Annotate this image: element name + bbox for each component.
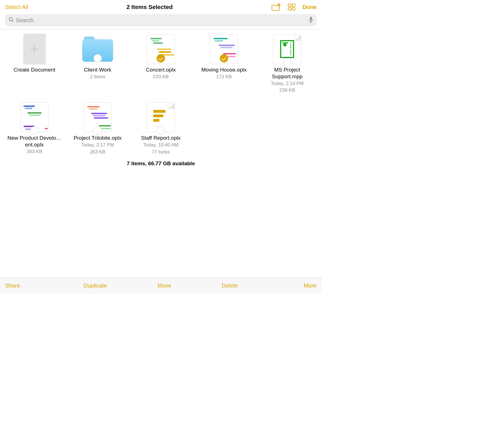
file-meta: Today, 2:14 PM bbox=[271, 81, 304, 87]
file-name: Project Trilobite.oplx bbox=[74, 135, 122, 141]
file-name: Client Work bbox=[84, 66, 111, 73]
selection-indicator[interactable] bbox=[30, 126, 39, 135]
selection-indicator[interactable] bbox=[93, 54, 102, 63]
report-icon bbox=[153, 110, 166, 123]
file-item-moving-house[interactable]: Moving House.oplx 172 KB bbox=[193, 32, 256, 95]
share-button[interactable]: Share bbox=[5, 282, 20, 289]
bottom-toolbar: Share Duplicate Move Delete More bbox=[0, 277, 322, 294]
search-icon bbox=[8, 17, 14, 24]
file-meta: 2 items bbox=[90, 74, 105, 80]
search-container bbox=[0, 13, 322, 29]
duplicate-button[interactable]: Duplicate bbox=[84, 282, 107, 289]
svg-rect-6 bbox=[310, 17, 312, 20]
msproject-icon bbox=[280, 40, 294, 58]
svg-rect-2 bbox=[292, 4, 295, 6]
file-meta-2: 283 KB bbox=[90, 149, 106, 155]
search-input[interactable] bbox=[16, 17, 307, 24]
selection-indicator[interactable] bbox=[220, 54, 228, 63]
svg-rect-3 bbox=[288, 8, 291, 10]
file-meta: 233 KB bbox=[153, 74, 169, 80]
selection-indicator[interactable] bbox=[157, 54, 165, 63]
file-item-concert[interactable]: Concert.oplx 233 KB bbox=[129, 32, 192, 95]
file-name: MS Project Support.mpp bbox=[259, 66, 315, 80]
create-document-button[interactable]: Create Document bbox=[3, 32, 66, 95]
file-item-client-work[interactable]: Client Work 2 items bbox=[66, 32, 129, 95]
selection-indicator[interactable] bbox=[283, 58, 291, 66]
app-root: Select All 2 Items Selected Done bbox=[0, 0, 322, 294]
file-grid-area[interactable]: Create Document Client Work 2 items bbox=[0, 29, 322, 277]
file-meta: Today, 2:17 PM bbox=[81, 142, 114, 148]
view-grid-icon[interactable] bbox=[287, 3, 296, 11]
selection-indicator[interactable] bbox=[157, 126, 165, 135]
more-button[interactable]: More bbox=[304, 282, 317, 289]
status-bar: 7 items, 66.77 GB available bbox=[3, 157, 319, 172]
file-item-staff-report[interactable]: Staff Report.oplx Today, 10:40 AM 77 byt… bbox=[129, 100, 192, 157]
file-name: Moving House.oplx bbox=[201, 66, 247, 73]
file-meta-2: 239 KB bbox=[280, 87, 295, 94]
top-bar: Select All 2 Items Selected Done bbox=[0, 0, 322, 13]
page-title: 2 Items Selected bbox=[28, 4, 271, 10]
file-item-trilobite[interactable]: Project Trilobite.oplx Today, 2:17 PM 28… bbox=[66, 100, 129, 157]
file-item-new-product[interactable]: New Product Develo…ent.oplx 393 KB bbox=[3, 100, 66, 157]
select-all-button[interactable]: Select All bbox=[5, 4, 28, 10]
svg-point-5 bbox=[9, 18, 13, 21]
done-button[interactable]: Done bbox=[303, 4, 317, 10]
file-meta: Today, 10:40 AM bbox=[143, 142, 178, 148]
file-meta: 172 KB bbox=[216, 74, 232, 80]
svg-rect-4 bbox=[292, 8, 295, 10]
svg-rect-8 bbox=[310, 22, 312, 23]
file-name: Concert.oplx bbox=[146, 66, 176, 73]
file-name: New Product Develo…ent.oplx bbox=[6, 135, 63, 148]
delete-button[interactable]: Delete bbox=[222, 282, 238, 289]
file-grid: Create Document Client Work 2 items bbox=[3, 32, 319, 157]
selection-indicator[interactable] bbox=[93, 126, 102, 135]
create-document-label: Create Document bbox=[13, 66, 55, 73]
move-button[interactable]: Move bbox=[157, 282, 171, 289]
file-meta-2: 77 bytes bbox=[152, 149, 170, 155]
svg-rect-7 bbox=[311, 21, 311, 22]
file-name: Staff Report.oplx bbox=[141, 135, 180, 141]
new-folder-icon[interactable] bbox=[271, 3, 281, 11]
file-item-msproject[interactable]: MS Project Support.mpp Today, 2:14 PM 23… bbox=[256, 32, 319, 95]
file-meta: 393 KB bbox=[27, 149, 42, 155]
dictation-icon[interactable] bbox=[309, 17, 313, 24]
search-field[interactable] bbox=[5, 14, 317, 26]
svg-rect-1 bbox=[288, 4, 291, 6]
